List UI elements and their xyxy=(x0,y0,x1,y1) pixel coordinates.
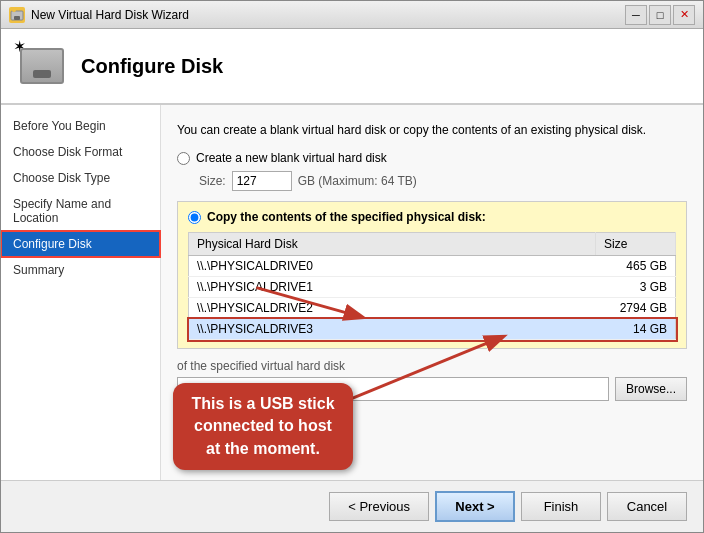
main-content: You can create a blank virtual hard disk… xyxy=(161,105,703,480)
sidebar-item-configure-disk[interactable]: Configure Disk xyxy=(1,231,160,257)
content-area: Before You Begin Choose Disk Format Choo… xyxy=(1,105,703,480)
size-label: Size: xyxy=(199,174,226,188)
sidebar-item-summary[interactable]: Summary xyxy=(1,257,160,283)
browse-button[interactable]: Browse... xyxy=(615,377,687,401)
wizard-header: ✶ Configure Disk xyxy=(1,29,703,105)
disk-size-cell: 465 GB xyxy=(596,256,676,277)
disk-table: Physical Hard Disk Size \\.\PHYSICALDRIV… xyxy=(188,232,676,340)
window-icon xyxy=(9,7,25,23)
header-icon: ✶ xyxy=(17,41,67,91)
info-text: You can create a blank virtual hard disk… xyxy=(177,121,687,139)
copy-disk-label: Copy the contents of the specified physi… xyxy=(207,210,486,224)
table-row[interactable]: \\.\PHYSICALDRIVE22794 GB xyxy=(189,298,676,319)
blank-disk-option[interactable]: Create a new blank virtual hard disk xyxy=(177,151,687,165)
table-row[interactable]: \\.\PHYSICALDRIVE13 GB xyxy=(189,277,676,298)
footer: < Previous Next > Finish Cancel xyxy=(1,480,703,532)
main-window: New Virtual Hard Disk Wizard ─ □ ✕ ✶ Con… xyxy=(0,0,704,533)
disk-icon xyxy=(20,48,64,84)
size-row: Size: GB (Maximum: 64 TB) xyxy=(199,171,687,191)
size-input[interactable] xyxy=(232,171,292,191)
finish-button[interactable]: Finish xyxy=(521,492,601,521)
copy-section: Copy the contents of the specified physi… xyxy=(177,201,687,349)
disk-name-cell: \\.\PHYSICALDRIVE2 xyxy=(189,298,596,319)
minimize-button[interactable]: ─ xyxy=(625,5,647,25)
disk-name-cell: \\.\PHYSICALDRIVE1 xyxy=(189,277,596,298)
disk-size-cell: 2794 GB xyxy=(596,298,676,319)
size-unit: GB (Maximum: 64 TB) xyxy=(298,174,417,188)
previous-button[interactable]: < Previous xyxy=(329,492,429,521)
blank-disk-label: Create a new blank virtual hard disk xyxy=(196,151,387,165)
callout-container: This is a USB stick connected to host at… xyxy=(173,383,353,470)
table-row[interactable]: \\.\PHYSICALDRIVE0465 GB xyxy=(189,256,676,277)
table-row[interactable]: \\.\PHYSICALDRIVE314 GB xyxy=(189,319,676,340)
close-button[interactable]: ✕ xyxy=(673,5,695,25)
col-physical-disk: Physical Hard Disk xyxy=(189,233,596,256)
title-bar: New Virtual Hard Disk Wizard ─ □ ✕ xyxy=(1,1,703,29)
copy-disk-radio[interactable] xyxy=(188,211,201,224)
radio-group: Create a new blank virtual hard disk Siz… xyxy=(177,151,687,401)
title-controls: ─ □ ✕ xyxy=(625,5,695,25)
blank-disk-radio[interactable] xyxy=(177,152,190,165)
cancel-button[interactable]: Cancel xyxy=(607,492,687,521)
svg-line-4 xyxy=(11,8,12,9)
maximize-button[interactable]: □ xyxy=(649,5,671,25)
disk-name-cell: \\.\PHYSICALDRIVE3 xyxy=(189,319,596,340)
copy-label[interactable]: Copy the contents of the specified physi… xyxy=(188,210,676,224)
callout-bubble: This is a USB stick connected to host at… xyxy=(173,383,353,470)
output-label: of the specified virtual hard disk xyxy=(177,359,687,373)
sidebar: Before You Begin Choose Disk Format Choo… xyxy=(1,105,161,480)
sidebar-item-specify-name-location[interactable]: Specify Name and Location xyxy=(1,191,160,231)
disk-name-cell: \\.\PHYSICALDRIVE0 xyxy=(189,256,596,277)
next-button[interactable]: Next > xyxy=(435,491,515,522)
sidebar-item-choose-disk-type[interactable]: Choose Disk Type xyxy=(1,165,160,191)
sidebar-item-before-you-begin[interactable]: Before You Begin xyxy=(1,113,160,139)
disk-size-cell: 3 GB xyxy=(596,277,676,298)
sidebar-item-choose-disk-format[interactable]: Choose Disk Format xyxy=(1,139,160,165)
window-title: New Virtual Hard Disk Wizard xyxy=(31,8,625,22)
svg-rect-1 xyxy=(14,16,20,20)
page-title: Configure Disk xyxy=(81,55,223,78)
svg-line-5 xyxy=(16,8,17,9)
col-size: Size xyxy=(596,233,676,256)
disk-size-cell: 14 GB xyxy=(596,319,676,340)
